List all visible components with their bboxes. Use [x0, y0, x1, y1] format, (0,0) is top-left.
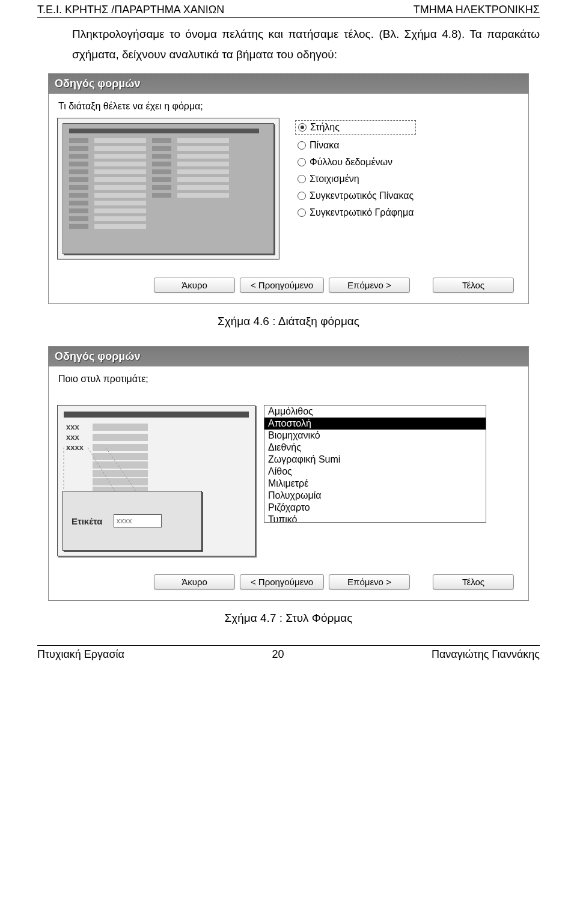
finish-button[interactable]: Τέλος	[433, 574, 514, 589]
radio-label: Φύλλου δεδομένων	[310, 157, 392, 168]
wizard-title: Οδηγός φορμών	[49, 347, 528, 366]
radio-option-pivot-chart[interactable]: Συγκεντρωτικό Γράφημα	[295, 207, 416, 219]
cancel-button[interactable]: Άκυρο	[154, 574, 235, 589]
style-option[interactable]: Ζωγραφική Sumi	[264, 454, 486, 466]
radio-option-justified[interactable]: Στοιχισμένη	[295, 173, 416, 185]
radio-label: Στήλης	[310, 122, 340, 133]
finish-button[interactable]: Τέλος	[433, 278, 514, 293]
radio-label: Συγκεντρωτικός Πίνακας	[310, 190, 414, 201]
next-button[interactable]: Επόμενο >	[329, 278, 410, 293]
style-option[interactable]: Λίθος	[264, 466, 486, 478]
header-right: ΤΜΗΜΑ ΗΛΕΚΤΡΟΝΙΚΗΣ	[414, 4, 540, 16]
figure-caption-4-7: Σχήμα 4.7 : Στυλ Φόρμας	[0, 612, 577, 625]
style-option[interactable]: Πολυχρωμία	[264, 490, 486, 502]
style-option[interactable]: Βιομηχανικό	[264, 430, 486, 442]
style-option[interactable]: Τυπικό	[264, 514, 486, 523]
style-option[interactable]: Διεθνής	[264, 442, 486, 454]
wizard-title: Οδηγός φορμών	[49, 74, 528, 94]
preview-card-value: xxxx	[114, 514, 162, 527]
footer-right: Παναγιώτης Γιαννάκης	[432, 648, 540, 661]
header-left: T.E.I. ΚΡΗΤΗΣ /ΠΑΡΑΡΤΗΜΑ ΧΑΝΙΩΝ	[37, 4, 224, 16]
style-option[interactable]: Αμμόλιθος	[264, 406, 486, 418]
form-wizard-layout: Οδηγός φορμών Τι διάταξη θέλετε να έχει …	[48, 73, 529, 304]
preview-row-label: xxxx	[66, 443, 89, 452]
radio-icon	[298, 175, 306, 183]
radio-icon	[298, 158, 306, 166]
radio-option-pivot-table[interactable]: Συγκεντρωτικός Πίνακας	[295, 190, 416, 202]
body-paragraph: Πληκτρολογήσαμε το όνομα πελάτης και πατ…	[0, 18, 577, 68]
preview-row-label: xxx	[66, 422, 89, 431]
radio-icon	[298, 208, 306, 217]
back-button[interactable]: < Προηγούμενο	[240, 574, 324, 589]
style-option[interactable]: Αποστολή	[264, 418, 486, 430]
style-option[interactable]: Μιλιμετρέ	[264, 478, 486, 490]
style-preview: xxx xxx xxxx Ετι	[57, 405, 255, 556]
radio-label: Συγκεντρωτικό Γράφημα	[310, 207, 414, 218]
form-wizard-style: Οδηγός φορμών Ποιο στυλ προτιμάτε; xxx x…	[48, 346, 529, 601]
figure-caption-4-6: Σχήμα 4.6 : Διάταξη φόρμας	[0, 315, 577, 328]
wizard-question: Τι διάταξη θέλετε να έχει η φόρμα;	[58, 101, 520, 112]
radio-icon	[298, 123, 307, 132]
footer-left: Πτυχιακή Εργασία	[37, 648, 124, 661]
preview-row-label: xxx	[66, 433, 89, 442]
radio-label: Στοιχισμένη	[310, 174, 359, 184]
style-listbox[interactable]: Αμμόλιθος Αποστολή Βιομηχανικό Διεθνής Ζ…	[264, 405, 486, 523]
radio-option-column[interactable]: Στήλης	[295, 120, 416, 135]
back-button[interactable]: < Προηγούμενο	[240, 278, 324, 293]
preview-card-label: Ετικέτα	[72, 516, 103, 526]
radio-option-datasheet[interactable]: Φύλλου δεδομένων	[295, 156, 416, 168]
cancel-button[interactable]: Άκυρο	[154, 278, 235, 293]
radio-option-table[interactable]: Πίνακα	[295, 139, 416, 151]
radio-label: Πίνακα	[310, 140, 339, 151]
footer-page-number: 20	[272, 648, 284, 661]
next-button[interactable]: Επόμενο >	[329, 574, 410, 589]
layout-radio-list: Στήλης Πίνακα Φύλλου δεδομένων Στοιχισμέ…	[295, 118, 416, 260]
style-option[interactable]: Ριζόχαρτο	[264, 502, 486, 514]
layout-preview	[57, 118, 279, 260]
radio-icon	[298, 141, 306, 150]
wizard-question: Ποιο στυλ προτιμάτε;	[58, 374, 520, 384]
radio-icon	[298, 192, 306, 200]
